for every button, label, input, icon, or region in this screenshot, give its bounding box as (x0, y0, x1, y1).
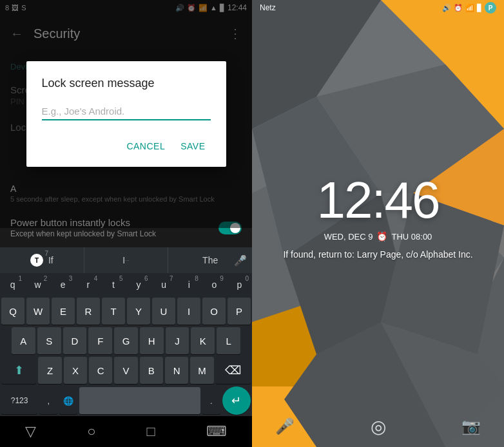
num-key-p[interactable]: 0p (227, 273, 252, 296)
key-m[interactable]: M (190, 357, 213, 384)
suggestion-the[interactable]: The 🎤 (168, 247, 252, 273)
num-key-u[interactable]: 7u (151, 273, 177, 296)
key-n[interactable]: N (165, 357, 188, 384)
nav-home-icon[interactable]: ○ (87, 423, 95, 440)
num-key-t[interactable]: 5t (101, 273, 126, 296)
dialog-actions: CANCEL SAVE (42, 126, 211, 162)
key-u[interactable]: U (152, 298, 175, 325)
mic-icon-lock[interactable]: 🎤 (275, 417, 295, 435)
key-f[interactable]: F (88, 327, 112, 354)
enter-key[interactable]: ↵ (222, 386, 251, 415)
keyboard-row-2: A S D F G H J K L (0, 326, 252, 356)
key-q[interactable]: Q (1, 298, 24, 325)
lock-message-input[interactable] (42, 103, 211, 120)
nav-keyboard-icon[interactable]: ⌨ (206, 423, 227, 440)
keyboard-row-3: ⬆ Z X C V B N M ⌫ (0, 356, 252, 385)
nav-bar: ▽ ○ □ ⌨ (0, 416, 252, 447)
num-key-e[interactable]: 3e (50, 273, 75, 296)
key-w[interactable]: W (26, 298, 50, 325)
suggestions-row: T 7 If I ··· The 🎤 (0, 247, 252, 273)
status-icons-right-lock: 🔊 ⏰ 📶 ▊ P (442, 2, 496, 14)
key-c[interactable]: C (89, 357, 112, 384)
dialog-overlay: Lock screen message CANCEL SAVE (0, 0, 252, 228)
symbols-key[interactable]: ?123 (1, 387, 37, 414)
key-r[interactable]: R (77, 298, 100, 325)
alarm-time: THU 08:00 (391, 232, 432, 242)
key-y[interactable]: Y (127, 298, 150, 325)
status-bar-right: Netz 🔊 ⏰ 📶 ▊ P (252, 0, 504, 15)
keyboard-row-1: Q W E R T Y U I O P (0, 296, 252, 326)
num-key-q[interactable]: 1q (0, 273, 25, 296)
suggestion-nyt[interactable]: T 7 If (0, 247, 84, 273)
key-o[interactable]: O (202, 298, 226, 325)
num-key-y[interactable]: 6y (126, 273, 151, 296)
nav-back-icon[interactable]: ▽ (25, 423, 36, 440)
key-j[interactable]: J (166, 327, 189, 354)
key-a[interactable]: A (12, 327, 35, 354)
bluetooth-icon-right: 🔊 (442, 4, 451, 12)
space-key[interactable] (79, 387, 200, 414)
keyboard-row-bottom: ?123 , 🌐 . ↵ (0, 385, 252, 416)
dialog-title: Lock screen message (42, 77, 211, 90)
lock-message: If found, return to: Larry Page, c/o Alp… (283, 249, 472, 260)
globe-key[interactable]: 🌐 (59, 387, 77, 414)
fingerprint-icon[interactable]: ◎ (371, 416, 386, 437)
key-x[interactable]: X (64, 357, 87, 384)
keyboard: T 7 If I ··· The 🎤 1q 2w 3e 4r 5t 6y (0, 247, 252, 416)
shift-key[interactable]: ⬆ (1, 357, 36, 384)
right-panel: Netz 🔊 ⏰ 📶 ▊ P 12:46 WED, DEC 9 ⏰ THU 08… (252, 0, 504, 447)
period-key[interactable]: . (202, 387, 220, 414)
nyt-badge: T (30, 254, 43, 267)
num-key-o[interactable]: 9o (202, 273, 227, 296)
key-v[interactable]: V (114, 357, 137, 384)
key-d[interactable]: D (63, 327, 87, 354)
delete-key[interactable]: ⌫ (216, 357, 251, 384)
lock-bottom-bar: 🎤 ◎ 📷 (252, 406, 504, 447)
suggestion-if[interactable]: If (48, 255, 53, 265)
suggestion-i[interactable]: I ··· (84, 247, 169, 273)
user-avatar: P (485, 2, 496, 14)
lock-date: WED, DEC 9 ⏰ THU 08:00 (324, 231, 432, 242)
mic-icon[interactable]: 🎤 (234, 254, 247, 267)
date-text: WED, DEC 9 (324, 232, 373, 242)
numbers-row: 1q 2w 3e 4r 5t 6y 7u 8i 9o 0p (0, 273, 252, 296)
comma-key[interactable]: , (39, 387, 57, 414)
key-l[interactable]: L (217, 327, 240, 354)
signal-icon-right: 📶 (465, 4, 474, 12)
lock-screen-message-dialog: Lock screen message CANCEL SAVE (26, 61, 226, 167)
lock-content: 12:46 WED, DEC 9 ⏰ THU 08:00 If found, r… (252, 15, 504, 406)
key-p[interactable]: P (228, 298, 251, 325)
key-z[interactable]: Z (38, 357, 61, 384)
battery-icon-right: ▊ (477, 4, 482, 12)
key-s[interactable]: S (37, 327, 61, 354)
key-g[interactable]: G (114, 327, 138, 354)
nav-recents-icon[interactable]: □ (146, 423, 155, 440)
lock-time: 12:46 (316, 175, 439, 226)
cancel-button[interactable]: CANCEL (121, 136, 170, 157)
num-key-i[interactable]: 8i (177, 273, 202, 296)
save-button[interactable]: SAVE (175, 136, 210, 157)
alarm-icon-right: ⏰ (454, 4, 463, 12)
key-h[interactable]: H (140, 327, 164, 354)
camera-icon-lock[interactable]: 📷 (461, 417, 481, 435)
nyt-badge-count: 7 (44, 250, 48, 257)
key-b[interactable]: B (140, 357, 163, 384)
left-panel: 8 🖼 S 🔊 ⏰ 📶 ▲ ▊ 12:44 ← Security ⋮ Devic… (0, 0, 252, 447)
key-t[interactable]: T (102, 298, 125, 325)
key-e[interactable]: E (52, 298, 75, 325)
num-key-w[interactable]: 2w (25, 273, 50, 296)
key-i[interactable]: I (177, 298, 200, 325)
key-k[interactable]: K (191, 327, 215, 354)
alarm-icon-lock: ⏰ (376, 231, 387, 242)
network-label: Netz (260, 3, 276, 12)
num-key-r[interactable]: 4r (75, 273, 101, 296)
